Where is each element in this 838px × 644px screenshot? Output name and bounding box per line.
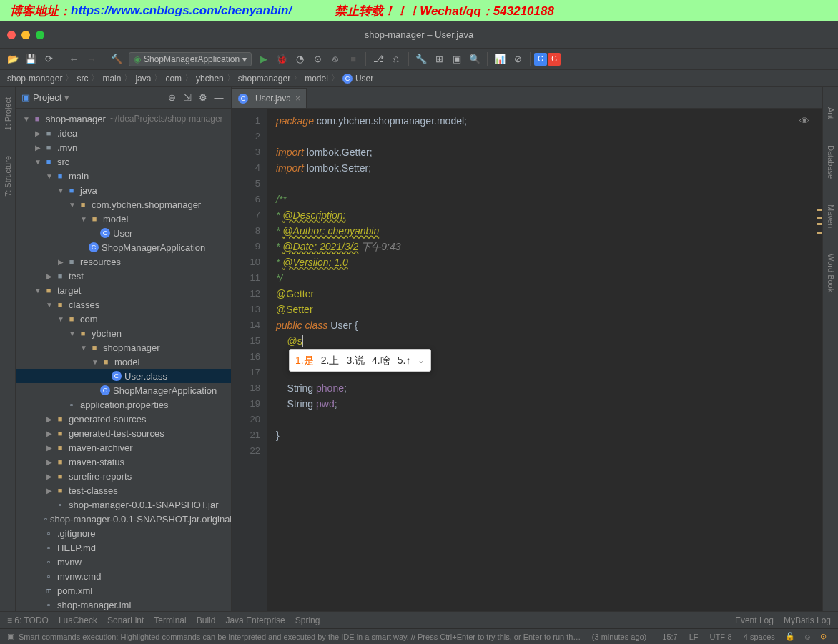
- expand-arrow-icon[interactable]: ▶: [44, 487, 54, 495]
- expand-arrow-icon[interactable]: ▼: [33, 158, 43, 166]
- tree-node[interactable]: ▼■target: [16, 283, 231, 297]
- tree-node[interactable]: CShopManagerApplication: [16, 240, 231, 254]
- error-stripe[interactable]: [814, 109, 822, 611]
- forward-icon[interactable]: →: [83, 51, 100, 68]
- expand-arrow-icon[interactable]: ▶: [44, 272, 54, 280]
- expand-arrow-icon[interactable]: ▶: [44, 430, 54, 437]
- tree-node[interactable]: ▼■classes: [16, 297, 231, 312]
- bottom-tool-button[interactable]: Terminal: [154, 615, 186, 625]
- tab-user-java[interactable]: C User.java ×: [232, 88, 307, 108]
- x-icon[interactable]: ⊘: [509, 51, 526, 68]
- expand-arrow-icon[interactable]: ▼: [33, 287, 43, 294]
- breadcrumb-item[interactable]: shopmanager: [238, 74, 290, 84]
- tree-node[interactable]: ▫.gitignore: [16, 526, 231, 540]
- breadcrumb-item[interactable]: src: [77, 74, 88, 84]
- expand-arrow-icon[interactable]: ▶: [44, 458, 54, 466]
- bottom-tool-button[interactable]: LuaCheck: [59, 615, 97, 625]
- save-icon[interactable]: 💾: [22, 51, 39, 68]
- breadcrumb-item[interactable]: model: [305, 74, 328, 84]
- tree-node[interactable]: ▶■.mvn: [16, 140, 231, 154]
- maximize-window-icon[interactable]: [36, 31, 44, 39]
- tool-tab[interactable]: Maven: [827, 199, 835, 234]
- wrench-icon[interactable]: 🔧: [413, 51, 430, 68]
- expand-arrow-icon[interactable]: ▶: [33, 144, 43, 152]
- structure-icon[interactable]: ⊞: [430, 51, 448, 68]
- bottom-tool-button[interactable]: Build: [197, 615, 216, 625]
- tree-node[interactable]: ▫shop-manager.iml: [16, 598, 231, 611]
- bottom-tool-button[interactable]: MyBatis Log: [784, 615, 831, 625]
- tree-node[interactable]: ▼■main: [16, 169, 231, 183]
- open-icon[interactable]: 📂: [4, 51, 21, 68]
- search-icon[interactable]: 🔍: [466, 51, 483, 68]
- bottom-tool-button[interactable]: Spring: [295, 615, 320, 625]
- settings-sync-icon[interactable]: ⊙: [820, 632, 827, 641]
- tree-node[interactable]: ▶■generated-test-sources: [16, 426, 231, 440]
- attach-icon[interactable]: ⎋: [327, 51, 344, 68]
- code-editor[interactable]: 12345678910111213141516171819202122 pack…: [232, 109, 822, 611]
- project-tree[interactable]: ▼■shop-manager~/IdeaProjects/shop-manage…: [16, 109, 231, 611]
- expand-arrow-icon[interactable]: ▼: [79, 215, 89, 223]
- close-tab-icon[interactable]: ×: [295, 94, 300, 104]
- tool-tab[interactable]: Database: [827, 139, 835, 184]
- breadcrumb-item[interactable]: shop-manager: [7, 74, 62, 84]
- expand-arrow-icon[interactable]: ▶: [44, 444, 54, 452]
- breadcrumb-item[interactable]: main: [102, 74, 121, 84]
- lock-icon[interactable]: 🔓: [785, 632, 795, 641]
- expand-arrow-icon[interactable]: ▼: [79, 344, 89, 352]
- refresh-icon[interactable]: ⟳: [40, 51, 57, 68]
- tree-node[interactable]: ▶■test: [16, 269, 231, 283]
- expand-arrow-icon[interactable]: ▼: [67, 201, 77, 209]
- tree-node[interactable]: ▼■src: [16, 154, 231, 169]
- close-window-icon[interactable]: [7, 31, 16, 39]
- expand-arrow-icon[interactable]: ▶: [44, 415, 54, 423]
- tree-node[interactable]: CUser: [16, 226, 231, 240]
- tree-node[interactable]: ▼■model: [16, 355, 231, 369]
- expand-arrow-icon[interactable]: ▼: [90, 358, 100, 366]
- expand-arrow-icon[interactable]: ▼: [21, 115, 31, 123]
- tree-node[interactable]: CShopManagerApplication: [16, 383, 231, 397]
- expand-arrow-icon[interactable]: ▼: [56, 187, 66, 194]
- expand-icon[interactable]: ⇲: [181, 91, 194, 104]
- expand-arrow-icon[interactable]: ▶: [33, 129, 43, 137]
- expand-arrow-icon[interactable]: ▼: [67, 330, 77, 337]
- tree-node[interactable]: ▶■generated-sources: [16, 412, 231, 426]
- tree-node[interactable]: ▼■shopmanager: [16, 340, 231, 355]
- tree-node[interactable]: ▶■test-classes: [16, 483, 231, 497]
- bottom-tool-button[interactable]: Java Enterprise: [225, 615, 285, 625]
- reader-mode-icon[interactable]: 👁: [799, 113, 809, 129]
- bottom-tool-button[interactable]: ≡ 6: TODO: [7, 615, 49, 625]
- stop-icon[interactable]: ■: [345, 51, 362, 68]
- tree-node[interactable]: ▼■shop-manager~/IdeaProjects/shop-manage…: [16, 112, 231, 126]
- tool-tab[interactable]: Ant: [827, 101, 835, 125]
- run-config-selector[interactable]: ◉ ShopManagerApplication ▾: [129, 52, 252, 66]
- breadcrumb-item[interactable]: ybchen: [196, 74, 224, 84]
- coverage-icon[interactable]: ◔: [291, 51, 308, 68]
- vcs2-icon[interactable]: ⎌: [388, 51, 405, 68]
- code-content[interactable]: package com.ybchen.shopmanager.model; im…: [267, 109, 814, 611]
- sdk-icon[interactable]: ▣: [448, 51, 465, 68]
- chart-icon[interactable]: 📊: [491, 51, 508, 68]
- tree-node[interactable]: ▫shop-manager-0.0.1-SNAPSHOT.jar: [16, 497, 231, 512]
- tree-node[interactable]: ▶■surefire-reports: [16, 469, 231, 483]
- hide-icon[interactable]: —: [212, 91, 225, 104]
- google2-icon[interactable]: G: [548, 53, 561, 66]
- expand-arrow-icon[interactable]: ▼: [44, 301, 54, 309]
- hammer-icon[interactable]: 🔨: [108, 51, 125, 68]
- expand-arrow-icon[interactable]: ▼: [44, 172, 54, 180]
- back-icon[interactable]: ←: [65, 51, 82, 68]
- tree-node[interactable]: ▶■.idea: [16, 126, 231, 140]
- tree-node[interactable]: ▼■java: [16, 183, 231, 197]
- bottom-tool-button[interactable]: SonarLint: [107, 615, 144, 625]
- tree-node[interactable]: ▫mvnw.cmd: [16, 569, 231, 583]
- ime-candidate-popup[interactable]: 1.是 2.上 3.说 4.啥 5.↑ ⌄: [289, 349, 431, 372]
- expand-arrow-icon[interactable]: ▶: [56, 258, 66, 266]
- breadcrumb-item[interactable]: java: [135, 74, 151, 84]
- bottom-tool-button[interactable]: Event Log: [735, 615, 774, 625]
- expand-arrow-icon[interactable]: ▶: [44, 472, 54, 480]
- tree-node[interactable]: ▼■ybchen: [16, 326, 231, 340]
- breadcrumb-item[interactable]: User: [355, 74, 373, 84]
- watermark-url[interactable]: https://www.cnblogs.com/chenyanbin/: [71, 4, 292, 18]
- locate-icon[interactable]: ⊕: [165, 91, 178, 104]
- tool-tab[interactable]: 1: Project: [4, 91, 12, 136]
- tree-node[interactable]: ▫mvnw: [16, 555, 231, 569]
